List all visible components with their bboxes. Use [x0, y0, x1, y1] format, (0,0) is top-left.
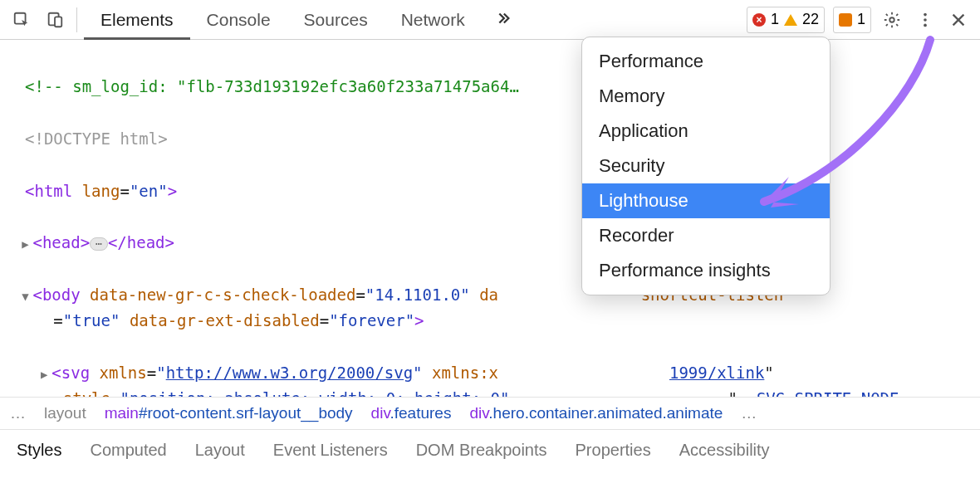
btab-accessibility[interactable]: Accessibility — [679, 441, 770, 460]
warning-count: 22 — [802, 11, 819, 28]
error-count: 1 — [771, 11, 779, 28]
val: __SVG_SPRITE_NODE__ — [737, 389, 918, 397]
val: position: absolute; width: 0; height: 0 — [130, 389, 500, 397]
menu-item-performance-insights[interactable]: Performance insights — [582, 253, 830, 288]
tab-console[interactable]: Console — [190, 0, 287, 39]
attr: xmlns:x — [432, 364, 498, 382]
btab-computed[interactable]: Computed — [90, 441, 166, 460]
menu-item-lighthouse[interactable]: Lighthouse — [582, 183, 830, 218]
svg-point-3 — [889, 17, 894, 22]
separator — [76, 7, 77, 32]
panel-tabs: Elements Console Sources Network — [84, 0, 482, 39]
crumb-item[interactable]: main#root-content.srf-layout__body — [105, 404, 353, 422]
attr: data-new-gr-c-s-check-loaded — [90, 285, 355, 304]
inspect-element-icon[interactable] — [7, 5, 37, 35]
issue-count: 1 — [857, 11, 865, 28]
devtools-toolbar: Elements Console Sources Network × 1 22 … — [0, 0, 980, 40]
val: 1999/xlink — [669, 364, 764, 382]
svg-rect-2 — [55, 17, 61, 27]
svg-point-6 — [924, 23, 927, 27]
btab-properties[interactable]: Properties — [576, 441, 651, 460]
dom-comment: <!-- sm_log_id: "flb-733d193192efc3a60f2… — [25, 77, 519, 95]
error-icon: × — [752, 13, 766, 27]
attr: data-gr-ext-disabled — [130, 311, 320, 329]
btab-dom-breakpoints[interactable]: DOM Breakpoints — [416, 441, 547, 460]
crumb-overflow[interactable]: … — [741, 404, 757, 422]
crumb-item[interactable]: div.hero.container.animated.animate — [469, 404, 723, 422]
collapse-icon[interactable]: ▼ — [21, 287, 29, 306]
btab-styles[interactable]: Styles — [17, 441, 61, 460]
tab-elements[interactable]: Elements — [84, 0, 190, 39]
menu-item-memory[interactable]: Memory — [582, 79, 830, 114]
menu-item-recorder[interactable]: Recorder — [582, 218, 830, 253]
more-tabs-button[interactable] — [485, 9, 520, 31]
menu-item-performance[interactable]: Performance — [582, 44, 830, 79]
val: 14.1101.0 — [375, 285, 460, 304]
close-icon[interactable] — [943, 5, 973, 35]
crumb-overflow[interactable]: … — [10, 404, 26, 422]
expand-icon[interactable]: ▶ — [40, 365, 48, 384]
console-status-badge[interactable]: × 1 22 — [747, 7, 825, 33]
val: true — [72, 311, 110, 329]
panel-overflow-menu: Performance Memory Application Security … — [581, 37, 831, 295]
svg-point-5 — [924, 18, 927, 22]
settings-icon[interactable] — [877, 5, 907, 35]
menu-item-security[interactable]: Security — [582, 149, 830, 183]
expand-icon[interactable]: ▶ — [21, 235, 29, 254]
crumb-item[interactable]: div.features — [371, 404, 452, 422]
crumb-item[interactable]: layout — [44, 404, 86, 422]
issues-badge[interactable]: 1 — [833, 7, 871, 33]
dom-breadcrumb[interactable]: … layout main#root-content.srf-layout__b… — [0, 397, 980, 430]
svg-point-4 — [924, 12, 927, 16]
tab-sources[interactable]: Sources — [287, 0, 385, 39]
issue-icon — [839, 13, 852, 27]
val: en — [139, 182, 158, 200]
menu-item-application[interactable]: Application — [582, 114, 830, 149]
tab-network[interactable]: Network — [385, 0, 482, 39]
kebab-menu-icon[interactable] — [910, 5, 940, 35]
device-toolbar-icon[interactable] — [40, 5, 70, 35]
val: http://www.w3.org/2000/svg — [166, 364, 413, 382]
btab-layout[interactable]: Layout — [195, 441, 245, 460]
attr: da — [479, 285, 498, 304]
attr: lang — [82, 182, 120, 200]
warning-icon — [784, 14, 797, 26]
ellipsis-icon[interactable]: ⋯ — [90, 237, 108, 251]
btab-event-listeners[interactable]: Event Listeners — [273, 441, 388, 460]
styles-panel-tabs: Styles Computed Layout Event Listeners D… — [0, 430, 980, 470]
val: forever — [339, 311, 405, 329]
dom-doctype: <!DOCTYPE html> — [25, 129, 168, 148]
dom-tree[interactable]: <!-- sm_log_id: "flb-733d193192efc3a60f2… — [0, 40, 980, 397]
